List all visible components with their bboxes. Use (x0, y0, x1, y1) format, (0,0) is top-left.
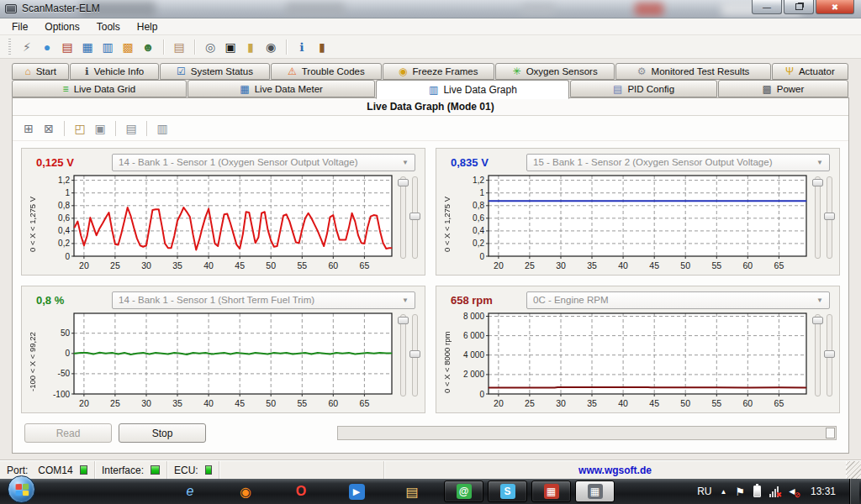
tab-actuator[interactable]: ΨActuator (772, 63, 848, 80)
tab-oxygen-sensors[interactable]: ✳Oxygen Sensors (495, 63, 615, 80)
user-icon[interactable]: ☻ (139, 38, 157, 56)
scale-slider[interactable] (815, 176, 821, 259)
explorer-icon: ▤ (405, 484, 418, 500)
connect-icon[interactable]: ⚡ (18, 38, 36, 56)
action-center-flag-icon[interactable]: ⚑ (735, 486, 745, 498)
media-player-icon[interactable]: ▶ (346, 481, 367, 501)
clock[interactable]: 13:31 (806, 486, 841, 497)
tab-vehicle-info[interactable]: ℹVehicle Info (70, 63, 159, 80)
search-icon[interactable]: ◎ (201, 38, 219, 56)
ie-icon[interactable]: e (180, 481, 200, 501)
save-icon: ▣ (94, 122, 105, 135)
scale-slider[interactable] (400, 176, 406, 259)
start-button[interactable] (8, 475, 35, 503)
open-icon[interactable]: ◰ (71, 119, 89, 138)
web-icon[interactable]: ● (38, 38, 56, 56)
website-link[interactable]: www.wgsoft.de (578, 465, 652, 476)
tab-start[interactable]: ⌂Start (12, 63, 69, 80)
graph-scrollbar[interactable] (337, 426, 837, 440)
opera-icon[interactable]: O (291, 481, 311, 501)
pid-select-value: 14 - Bank 1 - Sensor 1 (Oxygen Sensor Ou… (119, 157, 357, 167)
save-icon[interactable]: ▣ (91, 119, 109, 138)
read-button[interactable]: Read (24, 423, 112, 443)
close-button[interactable]: ✖ (816, 0, 854, 14)
remove-graph-icon[interactable]: ⊠ (40, 119, 58, 138)
web-icon: ● (44, 41, 50, 53)
restore-button[interactable] (784, 0, 814, 14)
network-icon[interactable]: ✖ (769, 486, 779, 497)
menu-help[interactable]: Help (129, 18, 166, 34)
skype-icon[interactable]: S (488, 480, 527, 502)
title-bar[interactable]: ScanMaster-ELM — ✖ (0, 0, 861, 18)
svg-text:25: 25 (525, 260, 535, 270)
tab-label: Freeze Frames (413, 66, 478, 76)
firefox-icon[interactable]: ◉ (235, 481, 256, 501)
tab-live-data-grid[interactable]: ≡Live Data Grid (12, 80, 187, 97)
chart-current-value: 0,125 V (26, 156, 103, 169)
tab-label: Vehicle Info (94, 66, 144, 76)
scrollbar-thumb[interactable] (826, 428, 835, 438)
tab-trouble-codes[interactable]: ⚠Trouble Codes (271, 63, 382, 80)
offset-slider[interactable] (827, 176, 832, 259)
live-data-tabs: ≡Live Data Grid▦Live Data Meter▥Live Dat… (12, 80, 849, 97)
show-desktop-button[interactable] (849, 479, 859, 504)
svg-text:35: 35 (172, 260, 182, 270)
offset-slider[interactable] (412, 176, 418, 259)
chip-icon: ▩ (762, 84, 771, 94)
battery-icon[interactable]: ▮ (241, 38, 260, 56)
tab-power[interactable]: ▩Power (718, 80, 848, 97)
port-value: COM14 (38, 465, 72, 476)
tab-pid-config[interactable]: ▤PID Config (570, 80, 716, 97)
tab-freeze-frames[interactable]: ◉Freeze Frames (383, 63, 494, 80)
app-chip-icon (5, 4, 17, 13)
scale-slider[interactable] (815, 314, 821, 396)
terminal-icon[interactable]: ▣ (221, 38, 240, 56)
pid-select[interactable]: 14 - Bank 1 - Sensor 1 (Oxygen Sensor Ou… (112, 154, 415, 171)
volume-muted-icon[interactable]: ◄ ⊘ (787, 486, 797, 497)
svg-text:20: 20 (79, 260, 89, 270)
scanmaster-taskbar-icon[interactable]: ▦ (575, 480, 615, 502)
print-icon[interactable]: ▤ (122, 119, 140, 138)
explorer-icon[interactable]: ▤ (402, 481, 422, 501)
gauge-icon[interactable]: ◉ (261, 38, 280, 56)
offset-slider[interactable] (827, 314, 832, 396)
tab-system-status[interactable]: ☑System Status (160, 63, 270, 80)
live-data-graph-panel: Live Data Graph (Mode 01) ⊞⊠◰▣▤▥ 0,125 V… (12, 97, 849, 454)
exit-icon[interactable]: ▮ (313, 38, 331, 56)
icq-icon[interactable]: @ (444, 480, 483, 502)
chart-icon[interactable]: ▥ (98, 38, 117, 56)
clipboard-icon[interactable]: ▤ (170, 38, 188, 56)
svg-text:65: 65 (360, 398, 370, 408)
tab-live-data-meter[interactable]: ▦Live Data Meter (188, 80, 376, 97)
info-icon[interactable]: ℹ (293, 38, 311, 56)
image-viewer-icon[interactable]: ▦ (531, 480, 571, 502)
language-indicator[interactable]: RU (697, 486, 711, 497)
minimize-button[interactable]: — (752, 0, 782, 14)
pid-select[interactable]: 0C - Engine RPM ▼ (526, 291, 830, 309)
print-export-icon[interactable]: ▥ (153, 119, 172, 138)
background-window-blur (286, 3, 345, 16)
svg-text:50: 50 (266, 398, 276, 408)
report-icon[interactable]: ▤ (58, 38, 77, 56)
settings-window-icon[interactable]: ▩ (119, 38, 137, 56)
pid-select[interactable]: 14 - Bank 1 - Sensor 1 (Short Term Fuel … (112, 291, 415, 309)
menu-options[interactable]: Options (36, 18, 87, 34)
chevron-down-icon: ▼ (397, 297, 409, 304)
chart-panel-o2-b1s2: 0,835 V 15 - Bank 1 - Sensor 2 (Oxygen S… (436, 148, 840, 276)
data-grid-icon[interactable]: ▦ (78, 38, 97, 56)
toolbar-separator (64, 121, 65, 136)
scale-slider[interactable] (400, 314, 406, 396)
open-icon: ◰ (74, 122, 85, 135)
pid-select[interactable]: 15 - Bank 1 - Sensor 2 (Oxygen Sensor Ou… (526, 154, 830, 171)
tab-monitored-test-results[interactable]: ⚙Monitored Test Results (615, 63, 770, 80)
battery-icon[interactable] (753, 486, 761, 497)
stop-button[interactable]: Stop (119, 423, 206, 443)
offset-slider[interactable] (412, 314, 418, 396)
menu-tools[interactable]: Tools (88, 18, 129, 34)
svg-text:40: 40 (203, 260, 214, 270)
menu-file[interactable]: File (3, 18, 36, 34)
add-graph-icon[interactable]: ⊞ (19, 119, 38, 138)
tab-live-data-graph[interactable]: ▥Live Data Graph (376, 80, 569, 99)
svg-text:45: 45 (649, 260, 659, 270)
tray-expand-icon[interactable]: ▲ (721, 488, 727, 496)
